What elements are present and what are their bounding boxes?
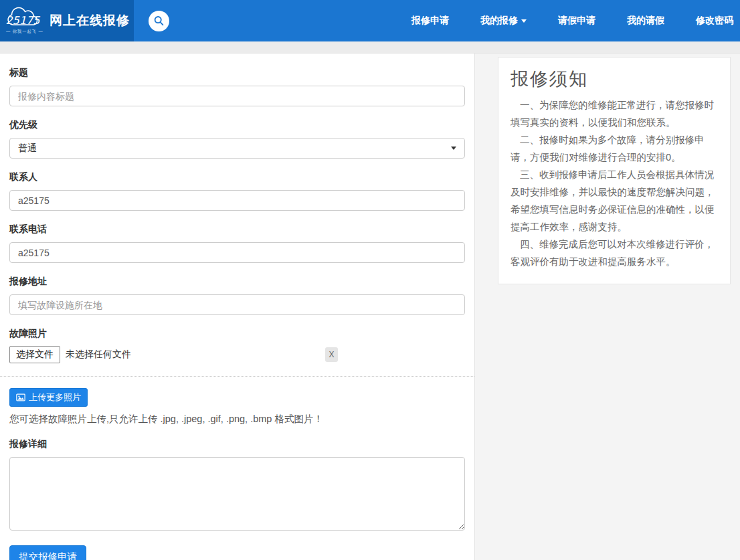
nav-item-label: 我的报修	[480, 15, 518, 27]
address-group: 报修地址	[9, 276, 465, 315]
photo-icon	[16, 393, 25, 402]
address-input[interactable]	[9, 294, 465, 315]
upload-format-note: 您可选择故障照片上传,只允许上传 .jpg, .jpeg, .gif, .png…	[9, 413, 465, 426]
search-icon	[153, 15, 165, 27]
site-title: 网上在线报修	[50, 12, 130, 29]
nav-item-my-repairs[interactable]: 我的报修	[480, 15, 527, 27]
photo-group: 故障照片 选择文件 未选择任何文件 X	[9, 328, 465, 363]
navbar: 25175 — 你我一起飞 — 网上在线报修 报修申请 我的报修 请假申请 我的…	[0, 0, 740, 41]
select-arrow-icon	[451, 147, 456, 150]
upload-more-label: 上传更多照片	[29, 391, 81, 403]
detail-textarea[interactable]	[9, 457, 465, 531]
sidebar: 报修须知 一、为保障您的维修能正常进行，请您报修时填写真实的资料，以便我们和您联…	[475, 54, 740, 560]
phone-group: 联系电话	[9, 223, 465, 263]
nav-item-repair-apply[interactable]: 报修申请	[411, 15, 449, 27]
notice-line: 三、收到报修申请后工作人员会根据具体情况及时安排维修，并以最快的速度帮您解决问题…	[511, 166, 718, 236]
title-group: 标题	[9, 67, 465, 106]
phone-input[interactable]	[9, 242, 465, 263]
remove-file-button[interactable]: X	[325, 347, 338, 362]
contact-label: 联系人	[9, 171, 465, 183]
submit-repair-button[interactable]: 提交报修申请	[9, 545, 86, 560]
file-status-text: 未选择任何文件	[66, 349, 131, 361]
detail-group: 报修详细	[9, 438, 465, 533]
dotted-divider	[0, 376, 474, 377]
cloud-icon: 25175	[5, 7, 41, 29]
nav-item-label: 我的请假	[627, 15, 664, 27]
logo-cloud: 25175 — 你我一起飞 —	[4, 7, 43, 35]
nav-item-label: 报修申请	[411, 15, 449, 27]
priority-label: 优先级	[9, 119, 465, 131]
detail-label: 报修详细	[9, 438, 465, 450]
upload-more-button[interactable]: 上传更多照片	[9, 388, 88, 407]
search-button[interactable]	[149, 11, 169, 31]
notice-line: 一、为保障您的维修能正常进行，请您报修时填写真实的资料，以便我们和您联系。	[511, 96, 718, 131]
brand-logo[interactable]: 25175 — 你我一起飞 — 网上在线报修	[0, 0, 134, 41]
nav-item-label: 请假申请	[558, 15, 595, 27]
priority-selected-value: 普通	[18, 143, 37, 155]
address-label: 报修地址	[9, 276, 465, 288]
contact-group: 联系人	[9, 171, 465, 211]
notice-title: 报修须知	[511, 67, 718, 91]
title-input[interactable]	[9, 86, 465, 106]
nav-item-label: 修改密码	[696, 15, 733, 27]
photo-label: 故障照片	[9, 328, 465, 340]
repair-form: 标题 优先级 普通 联系人 联系电话 报修地址 故障照片 选择文件	[0, 54, 475, 560]
priority-group: 优先级 普通	[9, 119, 465, 159]
priority-select[interactable]: 普通	[9, 138, 465, 159]
repair-notice-card: 报修须知 一、为保障您的维修能正常进行，请您报修时填写真实的资料，以便我们和您联…	[498, 57, 731, 284]
notice-line: 二、报修时如果为多个故障，请分别报修申请，方便我们对维修进行合理的安排0。	[511, 131, 718, 166]
chevron-down-icon	[521, 19, 527, 23]
nav-item-leave-apply[interactable]: 请假申请	[558, 15, 595, 27]
phone-label: 联系电话	[9, 223, 465, 236]
logo-number: 25175	[6, 14, 41, 27]
notice-line: 四、维修完成后您可以对本次维修进行评价，客观评价有助于改进和提高服务水平。	[511, 236, 718, 270]
nav-item-change-password[interactable]: 修改密码	[696, 15, 733, 27]
logo-slogan: — 你我一起飞 —	[6, 29, 41, 35]
nav-item-my-leave[interactable]: 我的请假	[627, 15, 664, 27]
header-divider-strip	[0, 41, 740, 54]
title-label: 标题	[9, 67, 465, 79]
choose-file-button[interactable]: 选择文件	[9, 346, 60, 363]
main-nav: 报修申请 我的报修 请假申请 我的请假 修改密码	[411, 15, 740, 27]
page-content: 标题 优先级 普通 联系人 联系电话 报修地址 故障照片 选择文件	[0, 54, 740, 560]
file-input-row: 选择文件 未选择任何文件 X	[9, 347, 465, 363]
contact-input[interactable]	[9, 190, 465, 211]
